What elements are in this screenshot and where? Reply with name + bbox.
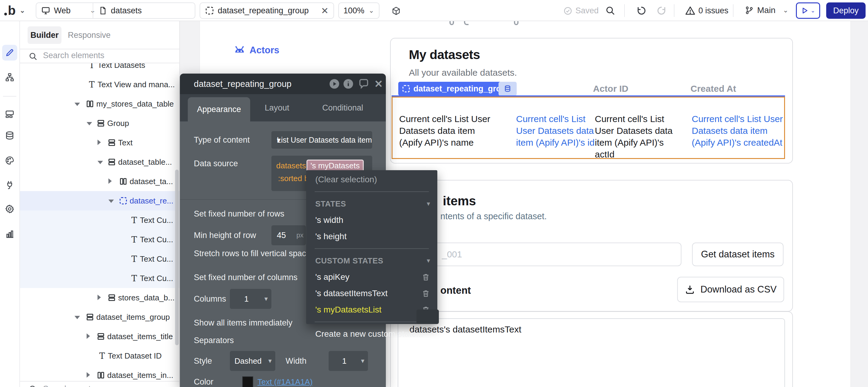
close-tab-icon[interactable]: ✕ xyxy=(321,5,329,16)
chevron-right-icon[interactable] xyxy=(87,333,90,339)
chevron-right-icon[interactable] xyxy=(97,295,101,300)
chevron-down-icon: ▾ xyxy=(361,357,364,365)
dropdown-item[interactable]: 's height ▾ xyxy=(306,228,437,245)
tree-row[interactable]: T Text Dataset ID xyxy=(20,346,179,365)
logo-chevron-icon[interactable]: ⌄ xyxy=(20,7,25,14)
search-assets-input[interactable] xyxy=(42,384,159,387)
chevron-down-icon[interactable] xyxy=(74,103,80,106)
close-panel-icon[interactable]: ✕ xyxy=(374,78,383,90)
chevron-down-icon[interactable]: ▾ xyxy=(427,257,430,265)
tree-row[interactable]: T Text Datasets xyxy=(20,63,179,75)
tree-row-label: Text xyxy=(118,138,133,148)
dropdown-item[interactable]: 's width ▾ xyxy=(306,212,437,228)
plugins-plug-icon[interactable] xyxy=(4,180,15,190)
dropdown-item[interactable]: ▾ xyxy=(306,245,437,253)
tab-conditional[interactable]: Conditional xyxy=(322,94,363,122)
show-all-items-toggle[interactable] xyxy=(416,310,439,324)
tree-row-label: dataset_table... xyxy=(118,158,172,167)
design-pencil-icon[interactable] xyxy=(4,47,15,58)
tree-row[interactable]: T Text Cu... xyxy=(20,268,179,288)
min-height-input[interactable]: 45 px xyxy=(271,225,306,245)
actors-nav-item[interactable]: Actors xyxy=(233,44,279,56)
tree-row[interactable]: T dataset_items_title xyxy=(20,327,179,346)
tree-row[interactable]: T stores_data_b... xyxy=(20,288,179,308)
tree-row[interactable]: T Group xyxy=(20,114,179,133)
preview-element-icon[interactable] xyxy=(329,78,340,90)
component-library-button[interactable] xyxy=(391,6,401,16)
color-value-link[interactable]: Text (#1A1A1A) xyxy=(257,377,313,387)
separator-width-select[interactable]: 1 ▾ xyxy=(329,351,368,371)
chevron-down-icon[interactable] xyxy=(74,316,80,319)
device-select[interactable]: Web ⌄ xyxy=(41,6,95,15)
tab-appearance[interactable]: Appearance xyxy=(188,97,250,122)
bubble-logo[interactable]: b ⌄ xyxy=(4,4,25,18)
element-tab[interactable]: dataset_repeating_group ✕ xyxy=(199,2,334,19)
dropdown-item[interactable]: 's apiKey ▾ xyxy=(306,269,437,285)
workflow-sitemap-icon[interactable] xyxy=(4,72,15,83)
chevron-right-icon[interactable] xyxy=(87,372,90,378)
chevron-down-icon[interactable] xyxy=(108,199,114,203)
tree-row[interactable]: T dataset_items_group xyxy=(20,308,179,327)
chevron-right-icon[interactable] xyxy=(97,139,101,145)
dropdown-item[interactable]: 's datasetItemsText ▾ xyxy=(306,285,437,301)
branch-select[interactable]: Main ⌄ xyxy=(744,5,788,16)
search-elements-input[interactable] xyxy=(42,51,159,61)
tab-responsive[interactable]: Responsive xyxy=(68,26,111,44)
tree-row[interactable]: T Text Cu... xyxy=(20,211,179,230)
redo-button[interactable] xyxy=(657,5,667,16)
data-source-chip[interactable] xyxy=(498,82,517,96)
dataset-items-textarea[interactable]: datasets's datasetItemsText xyxy=(398,318,785,387)
fixed-columns-label: Set fixed number of columns xyxy=(194,273,298,282)
chevron-down-icon[interactable]: ▾ xyxy=(427,200,430,208)
dropdown-item[interactable]: CUSTOM STATES ▾ xyxy=(306,253,437,269)
tab-layout[interactable]: Layout xyxy=(265,94,289,122)
group-element-icon xyxy=(96,332,105,341)
components-icon[interactable] xyxy=(4,109,15,119)
tree-row[interactable]: T Text xyxy=(20,133,179,152)
columns-select[interactable]: 1 ▾ xyxy=(230,289,271,309)
info-icon[interactable] xyxy=(343,78,354,90)
database-icon[interactable] xyxy=(4,130,15,141)
tree-row[interactable]: T Text Cu... xyxy=(20,230,179,249)
dropdown-item[interactable]: Create a new custom state... ▾ xyxy=(306,326,437,342)
tree-row[interactable]: T Text View and mana... xyxy=(20,75,179,94)
tree-row[interactable]: T my_stores_data_table xyxy=(20,94,179,114)
deploy-button[interactable]: Deploy xyxy=(826,2,866,19)
search-button[interactable] xyxy=(605,5,615,16)
chevron-down-icon[interactable] xyxy=(97,161,103,164)
tree-row[interactable]: T Text Cu... xyxy=(20,249,179,268)
dropdown-item[interactable]: (Clear selection) ▾ xyxy=(306,171,437,188)
page-select[interactable]: datasets ⌄ xyxy=(99,6,205,15)
tree-row[interactable]: T dataset_items_in... xyxy=(20,365,179,381)
tree-row[interactable]: T dataset_re... xyxy=(20,191,179,211)
panel-header[interactable]: dataset_repeating_group ✕ xyxy=(180,73,386,94)
dropdown-item[interactable]: STATES ▾ xyxy=(306,196,437,212)
undo-button[interactable] xyxy=(636,5,646,16)
trash-icon[interactable] xyxy=(422,273,430,281)
page-icon xyxy=(99,6,107,15)
trash-icon[interactable] xyxy=(422,289,430,298)
styles-palette-icon[interactable] xyxy=(4,155,15,166)
preview-button[interactable]: ⌄ xyxy=(796,2,820,19)
settings-gear-icon[interactable] xyxy=(4,204,15,214)
type-of-content-select[interactable]: List User Datasets data item ▾ xyxy=(271,131,372,149)
dropdown-item[interactable]: ▾ xyxy=(306,188,437,196)
comment-icon[interactable] xyxy=(358,78,370,90)
download-csv-button[interactable]: Download as CSV xyxy=(677,277,784,302)
get-dataset-items-button[interactable]: Get dataset items xyxy=(692,243,783,266)
separator-style-select[interactable]: Dashed ▾ xyxy=(230,351,275,371)
chevron-down-icon[interactable] xyxy=(87,122,92,125)
chevron-right-icon[interactable] xyxy=(108,179,112,184)
logs-chart-icon[interactable] xyxy=(4,229,15,239)
expression-token-datasets[interactable]: datasets xyxy=(276,161,306,170)
issues-button[interactable]: 0 issues xyxy=(685,5,728,16)
tab-builder[interactable]: Builder xyxy=(28,26,61,44)
tree-row-label: my_stores_data_table xyxy=(96,99,174,109)
color-swatch[interactable] xyxy=(242,377,253,387)
tree-scrollbar[interactable] xyxy=(175,169,179,345)
zoom-select[interactable]: 100% ⌄ xyxy=(338,2,379,19)
expression-token-sorted[interactable]: :sorted b xyxy=(278,174,309,183)
tree-row[interactable]: T dataset_table... xyxy=(20,152,179,172)
element-search-row xyxy=(20,50,179,63)
tree-row[interactable]: T dataset_ta... xyxy=(20,172,179,191)
